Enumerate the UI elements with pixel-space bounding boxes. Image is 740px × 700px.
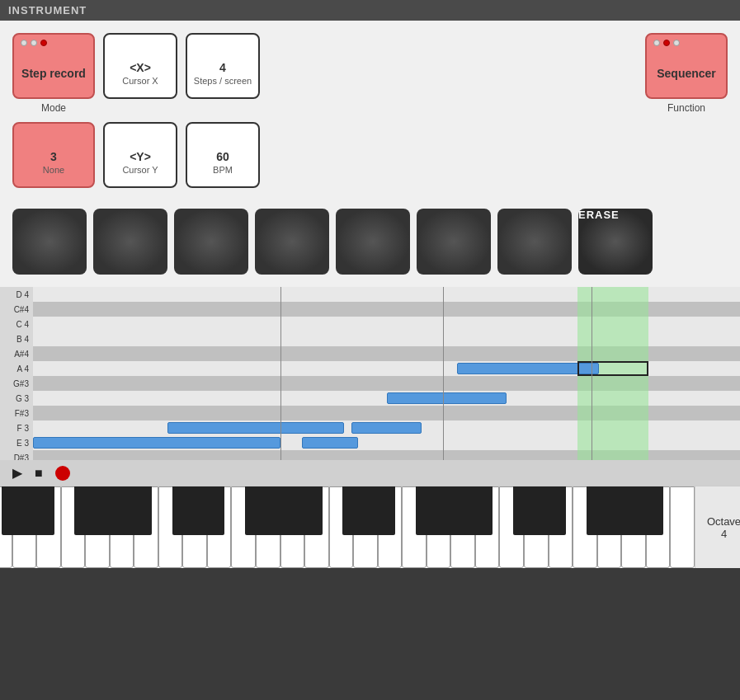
piano-row: G 3 bbox=[0, 391, 740, 406]
steps-screen-label: 4 bbox=[219, 61, 226, 74]
pad-2[interactable] bbox=[93, 209, 167, 275]
note-label: D 4 bbox=[0, 290, 33, 299]
black-key[interactable] bbox=[123, 486, 151, 535]
dot-2 bbox=[31, 40, 37, 46]
stop-button[interactable]: ■ bbox=[35, 466, 43, 481]
octave-label: Octave bbox=[707, 515, 740, 528]
note-lane[interactable] bbox=[33, 450, 740, 460]
cursor-x-group: <X> Cursor X bbox=[103, 33, 177, 99]
step-record-button[interactable]: Step record bbox=[12, 33, 95, 99]
piano-row: F#3 bbox=[0, 406, 740, 420]
controls-row-2: 3 None <Y> Cursor Y 60 BPM bbox=[12, 122, 728, 188]
none-value-label: 3 bbox=[50, 150, 57, 163]
piano-row: F 3 bbox=[0, 420, 740, 435]
seq-dot-3 bbox=[673, 40, 680, 46]
note-lane[interactable] bbox=[33, 302, 740, 317]
note-block[interactable] bbox=[457, 363, 598, 374]
bpm-button[interactable]: 60 BPM bbox=[186, 122, 260, 188]
steps-screen-group: 4 Steps / screen bbox=[186, 33, 260, 99]
cursor-y-group: <Y> Cursor Y bbox=[103, 122, 177, 188]
dot-1 bbox=[21, 40, 27, 46]
cursor-y-sublabel: Cursor Y bbox=[122, 165, 158, 175]
note-lane[interactable] bbox=[33, 287, 740, 302]
note-label: D#3 bbox=[0, 453, 33, 461]
sequencer-group: Sequencer Function bbox=[645, 33, 728, 114]
keyboard-section: Octave 4 bbox=[0, 486, 740, 568]
pad-1[interactable] bbox=[12, 209, 87, 275]
cursor-x-button[interactable]: <X> Cursor X bbox=[103, 33, 177, 99]
black-key[interactable] bbox=[538, 486, 566, 535]
dot-3 bbox=[40, 40, 47, 46]
note-lane[interactable] bbox=[33, 376, 740, 391]
piano-row: C#4 bbox=[0, 302, 740, 317]
note-lane[interactable] bbox=[33, 435, 740, 450]
bpm-label: 60 bbox=[216, 150, 229, 163]
black-key[interactable] bbox=[367, 486, 395, 535]
note-lane[interactable] bbox=[33, 406, 740, 420]
seq-dot-2 bbox=[663, 40, 670, 46]
seq-dot-1 bbox=[653, 40, 660, 46]
pad-3[interactable] bbox=[174, 209, 248, 275]
note-lane[interactable] bbox=[33, 420, 740, 435]
black-key[interactable] bbox=[196, 486, 224, 535]
note-label: E 3 bbox=[0, 439, 33, 448]
pad-5[interactable] bbox=[336, 209, 410, 275]
piano-row: A#4 bbox=[0, 346, 740, 361]
octave-value: 4 bbox=[721, 528, 727, 540]
controls-row-1: Step record Mode <X> Cursor X 4 Steps / … bbox=[12, 33, 728, 114]
note-label: F#3 bbox=[0, 409, 33, 418]
header-title: INSTRUMENT bbox=[8, 4, 87, 16]
sequencer-dots bbox=[653, 40, 680, 46]
note-lane[interactable] bbox=[33, 391, 740, 406]
black-key[interactable] bbox=[26, 486, 54, 535]
note-label: C#4 bbox=[0, 305, 33, 314]
piano-row: A 4 bbox=[0, 361, 740, 376]
cursor-x-sublabel: Cursor X bbox=[122, 76, 158, 86]
main-area: Step record Mode <X> Cursor X 4 Steps / … bbox=[0, 21, 740, 287]
cursor-y-label: <Y> bbox=[130, 150, 151, 163]
note-label: A#4 bbox=[0, 350, 33, 359]
mode-label: Mode bbox=[41, 102, 66, 114]
white-key[interactable] bbox=[670, 486, 695, 568]
cursor-y-button[interactable]: <Y> Cursor Y bbox=[103, 122, 177, 188]
keyboard-container bbox=[0, 486, 695, 568]
note-block[interactable] bbox=[33, 437, 280, 449]
pad-6[interactable] bbox=[417, 209, 491, 275]
record-button[interactable] bbox=[55, 466, 70, 481]
none-button[interactable]: 3 None bbox=[12, 122, 95, 188]
step-record-dots bbox=[21, 40, 47, 46]
step-record-label: Step record bbox=[21, 67, 86, 80]
pad-7[interactable] bbox=[497, 209, 572, 275]
steps-screen-button[interactable]: 4 Steps / screen bbox=[186, 33, 260, 99]
instrument-header: INSTRUMENT bbox=[0, 0, 740, 21]
note-label: G 3 bbox=[0, 394, 33, 403]
steps-screen-sublabel: Steps / screen bbox=[194, 76, 252, 86]
black-key[interactable] bbox=[294, 486, 322, 535]
erase-button[interactable]: ERASE bbox=[578, 209, 653, 275]
note-block[interactable] bbox=[387, 392, 507, 404]
note-block[interactable] bbox=[167, 422, 344, 434]
note-lane[interactable] bbox=[33, 331, 740, 346]
sequencer-button[interactable]: Sequencer bbox=[645, 33, 728, 99]
piano-roll[interactable]: D 4C#4C 4B 4A#4A 4G#3G 3F#3F 3E 3D#3 bbox=[0, 287, 740, 460]
note-lane[interactable] bbox=[33, 361, 740, 376]
play-button[interactable]: ▶ bbox=[12, 465, 22, 481]
note-lane[interactable] bbox=[33, 346, 740, 361]
none-sub-label: None bbox=[43, 165, 64, 175]
piano-row: D 4 bbox=[0, 287, 740, 302]
note-label: C 4 bbox=[0, 320, 33, 329]
bpm-group: 60 BPM bbox=[186, 122, 260, 188]
note-block[interactable] bbox=[351, 422, 422, 434]
piano-row: B 4 bbox=[0, 331, 740, 346]
sequencer-outer: D 4C#4C 4B 4A#4A 4G#3G 3F#3F 3E 3D#3 ▶ ■… bbox=[0, 287, 740, 568]
controls-left-2: 3 None <Y> Cursor Y 60 BPM bbox=[12, 122, 260, 188]
pad-4[interactable] bbox=[255, 209, 329, 275]
black-key[interactable] bbox=[464, 486, 493, 535]
bpm-sublabel: BPM bbox=[213, 165, 233, 175]
piano-row: D#3 bbox=[0, 450, 740, 460]
black-key[interactable] bbox=[635, 486, 663, 535]
note-lane[interactable] bbox=[33, 317, 740, 331]
sequencer-label: Sequencer bbox=[657, 67, 716, 80]
note-block[interactable] bbox=[302, 437, 359, 449]
piano-row: G#3 bbox=[0, 376, 740, 391]
